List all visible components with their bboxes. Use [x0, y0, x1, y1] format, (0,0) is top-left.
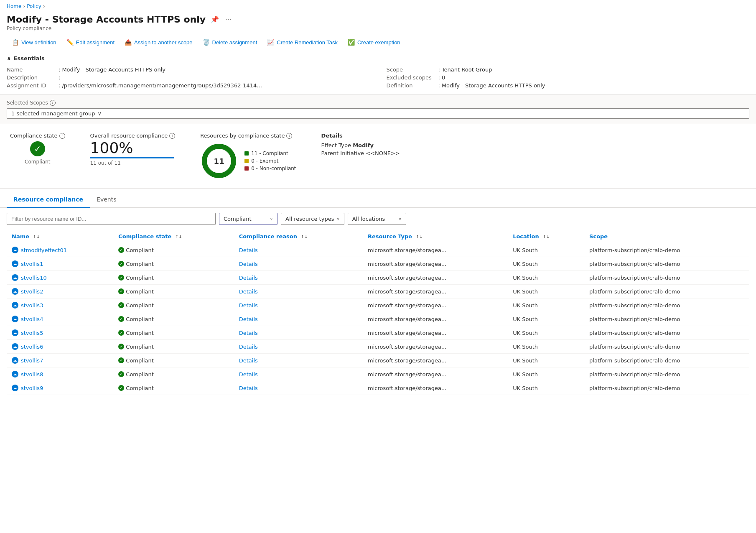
resource-icon-5: ☁ [12, 316, 18, 322]
details-link-7[interactable]: Details [239, 344, 258, 350]
edit-assignment-label: Edit assignment [76, 39, 115, 46]
assign-scope-button[interactable]: 📤 Assign to another scope [120, 36, 197, 48]
cell-compliance-reason-7: Details [234, 340, 363, 354]
details-link-5[interactable]: Details [239, 316, 258, 322]
cell-compliance-state-4: ✓ Compliant [113, 298, 234, 312]
compliance-filter-dropdown[interactable]: Compliant ∨ [219, 213, 277, 225]
resource-link-6[interactable]: ☁ stvollis5 [12, 329, 108, 336]
tab-resource-compliance[interactable]: Resource compliance [7, 192, 90, 208]
resource-link-0[interactable]: ☁ stmodifyeffect01 [12, 247, 108, 253]
effect-type-row: Effect Type Modify [321, 142, 400, 148]
edit-assignment-button[interactable]: ✏️ Edit assignment [61, 36, 120, 48]
col-compliance-reason[interactable]: Compliance reason ↑↓ [234, 230, 363, 243]
resource-link-10[interactable]: ☁ stvollis9 [12, 385, 108, 391]
essentials-left: Name : Modify - Storage Accounts HTTPS o… [7, 66, 370, 89]
breadcrumb-policy[interactable]: Policy [27, 3, 41, 9]
cell-compliance-state-8: ✓ Compliant [113, 354, 234, 367]
create-remediation-button[interactable]: 📈 Create Remediation Task [262, 36, 343, 48]
compliance-state-text-7: Compliant [126, 344, 153, 350]
essentials-toggle[interactable]: ∧ Essentials [7, 55, 749, 61]
details-link-0[interactable]: Details [239, 247, 258, 253]
details-link-4[interactable]: Details [239, 302, 258, 309]
resource-type-chevron-icon: ∨ [336, 217, 339, 221]
cell-location-1: UK South [508, 257, 584, 271]
table-row: ☁ stvollis3 ✓ Compliant Details microsof… [7, 298, 749, 312]
resource-link-1[interactable]: ☁ stvollis1 [12, 260, 108, 267]
resource-link-4[interactable]: ☁ stvollis3 [12, 302, 108, 309]
compliance-state-text-2: Compliant [126, 275, 153, 281]
resource-name-4: stvollis3 [21, 302, 43, 309]
compliant-badge-7: ✓ Compliant [118, 344, 229, 350]
view-definition-button[interactable]: 📋 View definition [7, 36, 61, 48]
parent-initiative-label: Parent Initiative [321, 150, 366, 156]
resource-link-8[interactable]: ☁ stvollis7 [12, 357, 108, 364]
cell-compliance-state-0: ✓ Compliant [113, 243, 234, 257]
cell-location-6: UK South [508, 326, 584, 340]
resource-link-7[interactable]: ☁ stvollis6 [12, 343, 108, 350]
essentials-title: Essentials [14, 55, 45, 61]
cell-scope-10: platform-subscription/cralb-demo [584, 381, 749, 395]
excluded-scopes-label: Excluded scopes [387, 74, 437, 81]
assignment-id-label: Assignment ID [7, 82, 57, 89]
details-link-3[interactable]: Details [239, 288, 258, 295]
cell-compliance-reason-5: Details [234, 312, 363, 326]
cell-scope-8: platform-subscription/cralb-demo [584, 354, 749, 367]
table-row: ☁ stvollis10 ✓ Compliant Details microso… [7, 271, 749, 285]
details-section: Details Effect Type Modify Parent Initia… [321, 133, 400, 156]
legend-exempt: 0 - Exempt [244, 158, 296, 164]
col-resource-type[interactable]: Resource Type ↑↓ [363, 230, 508, 243]
page-title: Modify - Storage Accounts HTTPS only [7, 14, 206, 25]
compliance-state-text-1: Compliant [126, 261, 153, 267]
compliance-state-text-8: Compliant [126, 357, 153, 364]
resource-link-2[interactable]: ☁ stvollis10 [12, 274, 108, 281]
tab-events[interactable]: Events [90, 192, 123, 208]
table-container: Name ↑↓ Compliance state ↑↓ Compliance r… [0, 230, 756, 395]
resource-type-filter-dropdown[interactable]: All resource types ∨ [281, 213, 344, 225]
more-options-button[interactable]: ··· [224, 15, 233, 24]
compliance-state-text-4: Compliant [126, 302, 153, 309]
name-label: Name [7, 66, 57, 73]
scope-dropdown[interactable]: 1 selected management group ∨ [7, 108, 749, 119]
details-link-9[interactable]: Details [239, 371, 258, 377]
cell-scope-5: platform-subscription/cralb-demo [584, 312, 749, 326]
col-name[interactable]: Name ↑↓ [7, 230, 113, 243]
cell-name-3: ☁ stvollis2 [7, 285, 113, 298]
resource-name-9: stvollis8 [21, 371, 43, 377]
compliance-state-text-9: Compliant [126, 371, 153, 377]
resource-name-3: stvollis2 [21, 288, 43, 295]
cell-compliance-reason-10: Details [234, 381, 363, 395]
details-link-2[interactable]: Details [239, 275, 258, 281]
delete-assignment-button[interactable]: 🗑️ Delete assignment [198, 36, 262, 48]
location-filter-dropdown[interactable]: All locations ∨ [348, 213, 406, 225]
breadcrumb: Home › Policy › [0, 0, 756, 13]
resource-link-3[interactable]: ☁ stvollis2 [12, 288, 108, 295]
cell-scope-7: platform-subscription/cralb-demo [584, 340, 749, 354]
details-link-1[interactable]: Details [239, 261, 258, 267]
exempt-legend-label: 0 - Exempt [251, 158, 278, 164]
col-compliance-state[interactable]: Compliance state ↑↓ [113, 230, 234, 243]
col-location[interactable]: Location ↑↓ [508, 230, 584, 243]
details-link-6[interactable]: Details [239, 330, 258, 336]
create-exemption-button[interactable]: ✅ Create exemption [343, 36, 405, 48]
resource-name-7: stvollis6 [21, 344, 43, 350]
resource-link-9[interactable]: ☁ stvollis8 [12, 371, 108, 377]
compliance-legend: 11 - Compliant 0 - Exempt 0 - Non-compli… [244, 150, 296, 171]
resource-icon-8: ☁ [12, 357, 18, 364]
compliance-state-label: Compliance state i [10, 133, 65, 139]
scope-row: Scope : Tenant Root Group [387, 66, 750, 74]
resources-info-icon[interactable]: i [286, 133, 292, 139]
scope-info-icon[interactable]: i [50, 100, 56, 106]
details-link-10[interactable]: Details [239, 385, 258, 391]
details-link-8[interactable]: Details [239, 357, 258, 364]
create-remediation-icon: 📈 [267, 39, 274, 46]
breadcrumb-home[interactable]: Home [7, 3, 21, 9]
donut-center-value: 11 [214, 157, 224, 166]
resource-search-input[interactable] [7, 213, 216, 225]
overall-info-icon[interactable]: i [169, 133, 175, 139]
compliant-badge-1: ✓ Compliant [118, 261, 229, 267]
compliance-state-info-icon[interactable]: i [59, 133, 65, 139]
col-scope[interactable]: Scope [584, 230, 749, 243]
pin-button[interactable]: 📌 [209, 15, 221, 24]
resources-by-state-label: Resources by compliance state i [200, 133, 296, 139]
resource-link-5[interactable]: ☁ stvollis4 [12, 316, 108, 322]
